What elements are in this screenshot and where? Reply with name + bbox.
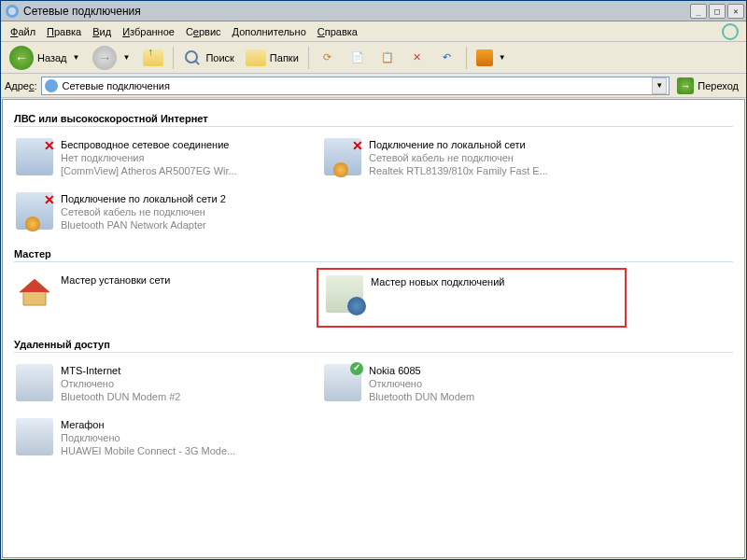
undo-button[interactable]: ↶	[433, 46, 461, 70]
views-icon	[476, 49, 493, 66]
item-title: Подключение по локальной сети 2	[61, 192, 226, 205]
item-device: Bluetooth PAN Network Adapter	[61, 218, 226, 231]
network-connections-icon	[44, 78, 59, 93]
connection-item-lan1[interactable]: Подключение по локальной сети Сетевой ка…	[322, 136, 621, 179]
menu-favorites[interactable]: Избранное	[117, 24, 180, 39]
item-device: Realtek RTL8139/810x Family Fast E...	[369, 164, 548, 177]
wizard-item-network-setup[interactable]: Мастер установки сети	[14, 272, 313, 324]
back-arrow-icon: ←	[9, 46, 34, 70]
item-title: Мастер новых подключений	[371, 275, 504, 288]
item-title: MTS-Internet	[61, 364, 180, 377]
menubar: Файл Правка Вид Избранное Сервис Дополни…	[1, 21, 746, 42]
item-status: Отключено	[369, 377, 474, 390]
lan-disconnected-icon	[16, 192, 53, 230]
modem-icon	[16, 364, 53, 401]
toolbar: ← Назад ▼ → ▼ ↑ Поиск Папки ⟳ 📄 📋 ✕ ↶ ▼	[1, 42, 746, 74]
svg-point-2	[45, 79, 58, 92]
search-icon	[183, 49, 202, 67]
item-device: HUAWEI Mobile Connect - 3G Mode...	[61, 444, 235, 457]
modem-ok-icon	[324, 364, 361, 401]
home-icon	[16, 273, 53, 311]
modem-icon	[16, 418, 53, 455]
folders-icon	[246, 49, 266, 66]
go-button[interactable]: → Переход	[673, 76, 742, 96]
item-title: Подключение по локальной сети	[369, 138, 548, 151]
connection-item-wifi[interactable]: Беспроводное сетевое соединение Нет подк…	[14, 136, 313, 179]
item-status: Отключено	[61, 377, 180, 390]
new-connection-wizard-icon	[326, 275, 363, 313]
item-status: Нет подключения	[61, 151, 237, 164]
address-dropdown-button[interactable]: ▼	[652, 77, 667, 94]
group-header-lan: ЛВС или высокоскоростной Интернет	[14, 113, 733, 127]
lan-disconnected-icon	[324, 138, 361, 175]
item-device: Bluetooth DUN Modem #2	[61, 390, 180, 403]
go-button-label: Переход	[698, 80, 739, 91]
move-icon: 📄	[348, 49, 367, 67]
copy-to-button[interactable]: 📋	[374, 46, 402, 70]
menu-file[interactable]: Файл	[5, 24, 41, 39]
addressbar: Адрес: Сетевые подключения ▼ → Переход	[1, 74, 746, 98]
group-header-remote: Удаленный доступ	[14, 339, 733, 353]
folders-button-label: Папки	[270, 52, 299, 63]
item-title: Nokia 6085	[369, 364, 474, 377]
network-connections-icon	[5, 4, 20, 19]
menu-view[interactable]: Вид	[87, 24, 117, 39]
address-input[interactable]: Сетевые подключения ▼	[41, 77, 670, 95]
search-button[interactable]: Поиск	[178, 46, 238, 70]
explorer-window: Сетевые подключения _ □ ✕ Файл Правка Ви…	[0, 0, 747, 560]
close-button[interactable]: ✕	[727, 4, 744, 19]
content-pane: ЛВС или высокоскоростной Интернет Беспро…	[2, 99, 745, 558]
go-arrow-icon: →	[677, 77, 694, 94]
move-to-button[interactable]: 📄	[344, 46, 372, 70]
connection-item-mts[interactable]: MTS-Internet Отключено Bluetooth DUN Mod…	[14, 362, 313, 405]
undo-icon: ↶	[438, 49, 457, 67]
chevron-down-icon[interactable]: ▼	[120, 53, 132, 62]
folders-button[interactable]: Папки	[241, 47, 303, 69]
item-status: Подключено	[61, 431, 235, 444]
forward-button[interactable]: → ▼	[88, 43, 136, 73]
window-title: Сетевые подключения	[23, 5, 141, 18]
copy-icon: 📋	[378, 49, 397, 67]
back-button-label: Назад	[37, 52, 67, 63]
connection-item-lan2[interactable]: Подключение по локальной сети 2 Сетевой …	[14, 190, 313, 233]
item-title: Мегафон	[61, 418, 235, 431]
delete-button[interactable]: ✕	[403, 46, 431, 70]
wizard-item-new-connection[interactable]: Мастер новых подключений	[317, 268, 627, 328]
menu-advanced[interactable]: Дополнительно	[227, 24, 312, 39]
item-device: [CommView] Atheros AR5007EG Wir...	[61, 164, 237, 177]
chevron-down-icon[interactable]: ▼	[71, 53, 82, 62]
views-button[interactable]: ▼	[472, 47, 513, 69]
connection-item-nokia[interactable]: Nokia 6085 Отключено Bluetooth DUN Modem	[322, 362, 621, 405]
item-device: Bluetooth DUN Modem	[369, 390, 474, 403]
folder-up-icon: ↑	[143, 49, 163, 66]
maximize-button[interactable]: □	[709, 4, 726, 19]
item-title: Беспроводное сетевое соединение	[61, 138, 237, 151]
sync-icon: ⟳	[318, 49, 337, 67]
item-status: Сетевой кабель не подключен	[61, 205, 226, 218]
item-title: Мастер установки сети	[61, 273, 171, 287]
search-button-label: Поиск	[205, 52, 233, 63]
wifi-disconnected-icon	[16, 138, 53, 175]
item-status: Сетевой кабель не подключен	[369, 151, 548, 164]
sync-button[interactable]: ⟳	[314, 46, 342, 70]
menu-help[interactable]: Справка	[312, 24, 363, 39]
titlebar: Сетевые подключения _ □ ✕	[1, 1, 746, 21]
menu-edit[interactable]: Правка	[41, 24, 87, 39]
back-button[interactable]: ← Назад ▼	[5, 43, 86, 73]
svg-point-1	[8, 7, 16, 15]
forward-arrow-icon: →	[92, 46, 117, 70]
app-logo-icon	[722, 23, 739, 40]
menu-tools[interactable]: Сервис	[180, 24, 227, 39]
svg-marker-4	[20, 279, 49, 292]
address-label: Адрес:	[5, 80, 37, 91]
up-button[interactable]: ↑	[138, 47, 168, 69]
connection-item-megafon[interactable]: Мегафон Подключено HUAWEI Mobile Connect…	[14, 416, 313, 459]
delete-icon: ✕	[408, 49, 427, 67]
group-header-wizard: Мастер	[14, 248, 733, 262]
minimize-button[interactable]: _	[690, 4, 707, 19]
address-value: Сетевые подключения	[63, 80, 651, 91]
chevron-down-icon[interactable]: ▼	[497, 53, 508, 62]
